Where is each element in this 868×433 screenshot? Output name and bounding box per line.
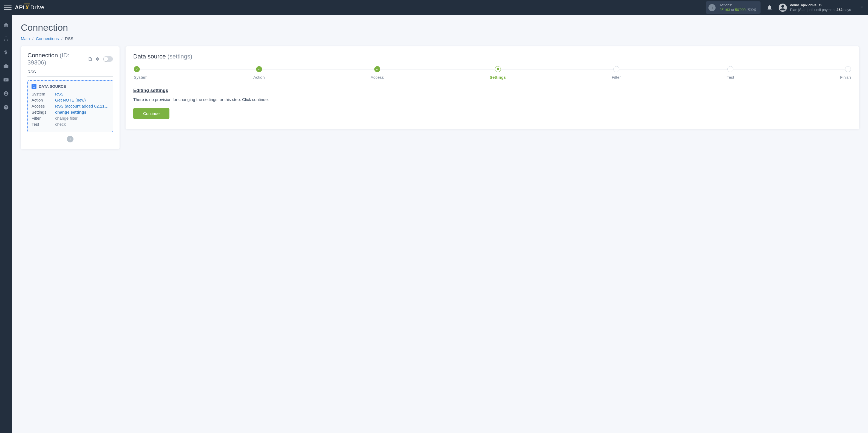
connection-source-name: RSS	[27, 69, 113, 77]
ds-row-value[interactable]: Get NOTE (new)	[55, 98, 109, 103]
step-circle	[613, 66, 619, 72]
ds-row-settings[interactable]: Settingschange settings	[32, 110, 109, 114]
info-text: There is no provision for changing the s…	[133, 97, 851, 102]
connection-toggle[interactable]	[103, 56, 113, 62]
step-finish[interactable]: Finish	[840, 66, 851, 80]
ds-row-value[interactable]: check	[55, 122, 109, 126]
nav-help[interactable]	[3, 104, 9, 111]
data-source-block: 1 DATA SOURCE SystemRSSActionGet NOTE (n…	[27, 80, 113, 132]
logo-api: API	[15, 4, 25, 11]
step-action[interactable]: Action	[253, 66, 265, 80]
nav-work[interactable]	[3, 63, 9, 69]
step-filter[interactable]: Filter	[612, 66, 621, 80]
user-meta: demo_apix-drive_s2 Plan |Start| left unt…	[790, 3, 851, 12]
breadcrumb-connections[interactable]: Connections	[36, 36, 59, 41]
continue-button[interactable]: Continue	[133, 108, 169, 119]
chevron-down-icon	[860, 5, 864, 10]
topbar: API X Drive Actions: 25'163 of 50'000 (5…	[0, 0, 868, 15]
step-circle	[845, 66, 851, 72]
actions-box[interactable]: Actions: 25'163 of 50'000 (50%)	[706, 1, 761, 14]
step-circle	[256, 66, 262, 72]
step-circle	[374, 66, 380, 72]
step-label: Action	[253, 75, 265, 80]
ds-row-value[interactable]: change filter	[55, 116, 109, 120]
badge-1: 1	[32, 84, 36, 89]
logo[interactable]: API X Drive	[15, 4, 44, 11]
ds-row-key: Action	[32, 98, 55, 103]
ds-row-value[interactable]: RSS	[55, 92, 109, 96]
nav-account[interactable]	[3, 90, 9, 97]
actions-of: of	[731, 8, 734, 12]
actions-pct: (50%)	[747, 8, 756, 12]
bell-icon[interactable]	[767, 5, 773, 11]
step-label: Access	[371, 75, 384, 80]
step-settings[interactable]: Settings	[490, 66, 506, 80]
ds-row-action[interactable]: ActionGet NOTE (new)	[32, 98, 109, 103]
actions-label: Actions:	[719, 3, 756, 8]
add-destination-button[interactable]: +	[67, 136, 73, 142]
actions-used: 25'163	[719, 8, 730, 12]
ds-row-system[interactable]: SystemRSS	[32, 92, 109, 96]
step-label: Finish	[840, 75, 851, 80]
ds-row-key: Access	[32, 104, 55, 108]
nav-billing[interactable]	[3, 49, 9, 56]
nav-home[interactable]	[3, 22, 9, 28]
info-icon	[708, 4, 716, 11]
document-icon[interactable]	[88, 57, 93, 61]
step-test[interactable]: Test	[726, 66, 734, 80]
avatar-icon	[779, 4, 787, 12]
sidenav	[0, 15, 12, 433]
page-title: Connection	[21, 22, 859, 33]
step-label: Settings	[490, 75, 506, 80]
step-circle	[134, 66, 140, 72]
actions-text: Actions: 25'163 of 50'000 (50%)	[719, 3, 756, 12]
step-label: Test	[726, 75, 734, 80]
step-access[interactable]: Access	[371, 66, 384, 80]
ds-row-key: Test	[32, 122, 55, 126]
ds-row-key: Filter	[32, 116, 55, 120]
nav-connections[interactable]	[3, 35, 9, 42]
hamburger-menu[interactable]	[4, 4, 11, 11]
breadcrumb: Main / Connections / RSS	[21, 36, 859, 41]
ds-row-value[interactable]: change settings	[55, 110, 109, 114]
connection-heading: Connection (ID: 39306)	[27, 52, 86, 66]
breadcrumb-main[interactable]: Main	[21, 36, 30, 41]
user-name: demo_apix-drive_s2	[790, 3, 851, 8]
ds-row-key: Settings	[32, 110, 55, 114]
actions-total: 50'000	[735, 8, 746, 12]
logo-x: X	[25, 4, 29, 11]
editing-settings-subhead: Editing settings	[133, 88, 851, 93]
ds-row-value[interactable]: RSS (account added 02.11.20	[55, 104, 109, 108]
ds-row-test[interactable]: Testcheck	[32, 122, 109, 126]
main: Connection Main / Connections / RSS Conn…	[12, 15, 868, 433]
user-menu[interactable]: demo_apix-drive_s2 Plan |Start| left unt…	[779, 3, 864, 12]
ds-row-filter[interactable]: Filterchange filter	[32, 116, 109, 120]
user-plan: Plan |Start| left until payment 352 days	[790, 8, 851, 12]
breadcrumb-current: RSS	[65, 36, 73, 41]
step-circle	[495, 66, 501, 72]
step-label: System	[134, 75, 148, 80]
ds-row-access[interactable]: AccessRSS (account added 02.11.20	[32, 104, 109, 108]
step-system[interactable]: System	[134, 66, 148, 80]
gear-icon[interactable]	[95, 57, 99, 61]
connection-card: Connection (ID: 39306) RSS 1 DATA	[21, 47, 120, 149]
step-circle	[727, 66, 734, 72]
settings-card: Data source (settings) SystemActionAcces…	[126, 47, 859, 129]
ds-row-key: System	[32, 92, 55, 96]
logo-drive: Drive	[30, 4, 45, 11]
stepper: SystemActionAccessSettingsFilterTestFini…	[133, 66, 851, 80]
data-source-title: 1 DATA SOURCE	[32, 84, 109, 89]
settings-heading: Data source (settings)	[133, 53, 851, 60]
nav-video[interactable]	[3, 77, 9, 83]
step-label: Filter	[612, 75, 621, 80]
